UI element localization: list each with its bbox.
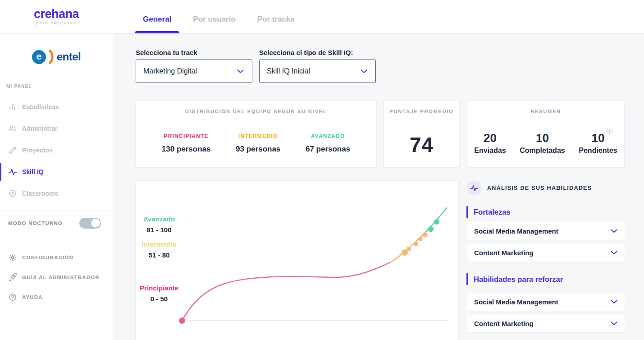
skill-name: Content Marketing bbox=[474, 249, 534, 257]
track-select[interactable]: Marketing Digital bbox=[136, 60, 252, 83]
sidebar-nav: Estadisticas Administrar Proyectos Skill… bbox=[0, 96, 113, 204]
entel-logo: e entel bbox=[0, 49, 113, 65]
tab-por-usuario[interactable]: Por usuario bbox=[185, 0, 243, 33]
level-name: AVANZADO bbox=[306, 133, 350, 139]
level-principiante: PRINCIPIANTE 130 personas bbox=[162, 133, 211, 154]
stat-label: Completadas bbox=[520, 147, 565, 155]
level-name: PRINCIPIANTE bbox=[162, 133, 211, 139]
stat-label: Enviadas bbox=[474, 147, 506, 155]
sidebar-item-label: Classrooms bbox=[22, 190, 58, 197]
level-count: 130 personas bbox=[162, 145, 211, 154]
question-circle-icon bbox=[8, 293, 17, 302]
play-circle-icon bbox=[8, 189, 17, 198]
section-title: Habilidades para reforzar bbox=[474, 275, 563, 284]
skill-name: Content Marketing bbox=[474, 320, 534, 327]
skills-analysis-panel: ANÁLISIS DE SUS HABILIDADES Fortalezas S… bbox=[466, 180, 625, 340]
skill-row-fortaleza-1[interactable]: Social Media Management bbox=[467, 222, 625, 240]
skilliq-select[interactable]: Skill IQ Inicial bbox=[259, 60, 376, 83]
panel-section-label: MI PANEL bbox=[6, 84, 113, 89]
entel-circle-icon: e bbox=[32, 50, 46, 64]
summary-card-title: RESUMEN bbox=[467, 101, 624, 122]
night-mode-row: MODO NOCTURNO bbox=[0, 211, 113, 235]
score-card-title: PUNTAJE PROMEDIO bbox=[384, 101, 459, 122]
night-mode-label: MODO NOCTURNO bbox=[8, 221, 63, 226]
stat-value: 10i bbox=[592, 131, 605, 145]
rocket-icon bbox=[8, 273, 17, 282]
entel-paren-icon bbox=[49, 50, 54, 64]
chevron-down-icon bbox=[611, 251, 617, 255]
level-count: 93 personas bbox=[236, 145, 280, 154]
summary-stats: 20 Enviadas 10 Completadas 10i Pendiente… bbox=[467, 122, 624, 155]
sidebar-item-label: Skill IQ bbox=[22, 168, 43, 175]
level-name: INTERMEDIO bbox=[236, 133, 280, 139]
sidebar-item-ayuda[interactable]: AYUDA bbox=[0, 287, 113, 307]
toggle-knob bbox=[91, 219, 100, 228]
chevron-down-icon bbox=[611, 322, 617, 326]
night-mode-toggle[interactable] bbox=[79, 218, 101, 229]
score-card: PUNTAJE PROMEDIO 74 bbox=[384, 101, 460, 168]
settings-item-label: CONFIGURACIÓN bbox=[22, 255, 73, 260]
crehana-logo: crehana para empresas bbox=[0, 0, 113, 34]
tab-por-tracks[interactable]: Por tracks bbox=[250, 0, 302, 33]
chevron-down-icon bbox=[361, 69, 367, 74]
skill-name: Social Media Management bbox=[474, 298, 558, 306]
bar-chart-icon bbox=[8, 102, 17, 111]
chevron-down-icon bbox=[237, 69, 244, 74]
stat-enviadas: 20 Enviadas bbox=[474, 131, 506, 155]
skill-curve-chart: Avanzado 81 - 100 Intermedio 51 - 80 Pri… bbox=[135, 180, 459, 340]
stat-label: Pendientes bbox=[579, 147, 617, 155]
tab-label: Por usuario bbox=[193, 15, 235, 24]
sidebar-item-label: Estadisticas bbox=[22, 103, 59, 110]
tab-label: Por tracks bbox=[257, 15, 295, 24]
track-select-label: Selecciona tu track bbox=[136, 49, 197, 56]
sidebar-item-configuracion[interactable]: CONFIGURACIÓN bbox=[0, 248, 113, 267]
main-content: Selecciona tu track Marketing Digital Se… bbox=[113, 34, 644, 340]
skill-row-fortaleza-2[interactable]: Content Marketing bbox=[467, 244, 625, 262]
sidebar-item-classrooms[interactable]: Classrooms bbox=[0, 183, 113, 204]
skill-row-reforzar-2[interactable]: Content Marketing bbox=[467, 315, 625, 332]
curve-layer bbox=[179, 208, 447, 324]
info-icon[interactable]: i bbox=[606, 128, 612, 134]
pulse-circle-icon bbox=[466, 180, 482, 196]
chevron-down-icon bbox=[611, 229, 617, 233]
track-select-value: Marketing Digital bbox=[143, 67, 197, 75]
users-icon bbox=[8, 124, 17, 133]
settings-item-label: GUÍA AL ADMINISTRADOR bbox=[22, 275, 100, 280]
analysis-title: ANÁLISIS DE SUS HABILIDADES bbox=[487, 185, 592, 191]
stat-value: 10 bbox=[536, 131, 549, 145]
pulse-icon bbox=[8, 167, 17, 176]
gear-icon bbox=[8, 253, 17, 262]
distribution-card-title: DISTRIBUCIÓN DEL EQUIPO SEGÚN SU NIVEL bbox=[136, 101, 376, 122]
analysis-header: ANÁLISIS DE SUS HABILIDADES bbox=[466, 180, 592, 196]
level-intermedio: INTERMEDIO 93 personas bbox=[236, 133, 280, 154]
sidebar-item-guia[interactable]: GUÍA AL ADMINISTRADOR bbox=[0, 267, 113, 287]
brand-tagline: para empresas bbox=[36, 20, 76, 25]
sidebar-item-estadisticas[interactable]: Estadisticas bbox=[0, 96, 113, 118]
sidebar-settings: CONFIGURACIÓN GUÍA AL ADMINISTRADOR AYUD… bbox=[0, 248, 113, 307]
curve-chart-canvas bbox=[136, 181, 459, 340]
tab-label: General bbox=[143, 15, 171, 24]
sidebar-item-proyectos[interactable]: Proyectos bbox=[0, 139, 113, 161]
stat-completadas: 10 Completadas bbox=[520, 131, 565, 155]
skill-row-reforzar-1[interactable]: Social Media Management bbox=[467, 293, 625, 311]
tab-general[interactable]: General bbox=[135, 0, 179, 33]
brand-name: crehana bbox=[34, 8, 79, 20]
stat-value: 20 bbox=[484, 131, 497, 145]
sidebar-item-skill-iq[interactable]: Skill IQ bbox=[0, 161, 113, 183]
chevron-down-icon bbox=[611, 300, 617, 304]
level-avanzado: AVANZADO 67 personas bbox=[306, 133, 350, 154]
pencil-icon bbox=[8, 146, 17, 155]
divider bbox=[0, 235, 113, 235]
sidebar-item-label: Proyectos bbox=[22, 147, 53, 154]
stat-pendientes: 10i Pendientes bbox=[579, 131, 617, 155]
distribution-card: DISTRIBUCIÓN DEL EQUIPO SEGÚN SU NIVEL P… bbox=[135, 101, 377, 168]
skilliq-select-label: Selecciona el tipo de Skill IQ: bbox=[259, 49, 353, 56]
distribution-levels: PRINCIPIANTE 130 personas INTERMEDIO 93 … bbox=[136, 122, 376, 154]
section-fortalezas: Fortalezas bbox=[466, 206, 511, 218]
average-score: 74 bbox=[410, 133, 434, 157]
sidebar-item-label: Administrar bbox=[22, 125, 58, 132]
skill-name: Social Media Management bbox=[474, 227, 558, 235]
sidebar-item-administrar[interactable]: Administrar bbox=[0, 118, 113, 139]
sidebar: crehana para empresas e entel MI PANEL E… bbox=[0, 0, 113, 340]
skilliq-select-value: Skill IQ Inicial bbox=[267, 67, 310, 75]
